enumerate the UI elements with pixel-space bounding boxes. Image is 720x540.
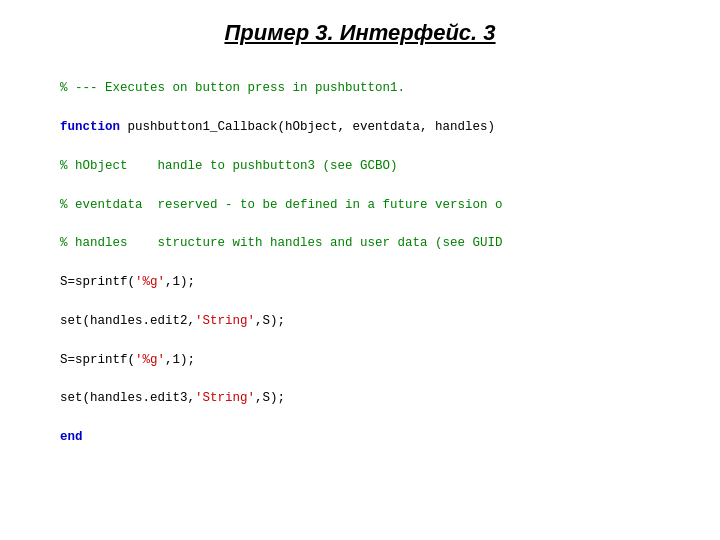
code-normal: pushbutton1_Callback(hObject, eventdata,… [120,120,495,134]
code-normal: ,1); [165,353,195,367]
keyword-function: function [60,120,120,134]
comment-line: % handles structure with handles and use… [60,236,503,250]
spacer [30,467,690,485]
string-literal: '%g' [135,275,165,289]
string-literal: '%g' [135,353,165,367]
page-title: Пример 3. Интерфейс. 3 [30,20,690,46]
code-normal: ,S); [255,314,285,328]
string-literal: 'String' [195,314,255,328]
string-literal: 'String' [195,391,255,405]
page-container: Пример 3. Интерфейс. 3 % --- Executes on… [0,0,720,540]
code-normal: S=sprintf( [60,353,135,367]
code-normal: set(handles.edit3, [60,391,195,405]
code-normal: set(handles.edit2, [60,314,195,328]
code-normal: ,S); [255,391,285,405]
code-normal: S=sprintf( [60,275,135,289]
keyword-end: end [60,430,83,444]
comment-line: % hObject handle to pushbutton3 (see GCB… [60,159,398,173]
code-block-1: % --- Executes on button press in pushbu… [30,60,690,467]
comment-line: % eventdata reserved - to be defined in … [60,198,503,212]
code-normal: ,1); [165,275,195,289]
comment-line: % --- Executes on button press in pushbu… [60,81,405,95]
code-block-2: % --- Executes on button press in pushbu… [30,485,690,540]
